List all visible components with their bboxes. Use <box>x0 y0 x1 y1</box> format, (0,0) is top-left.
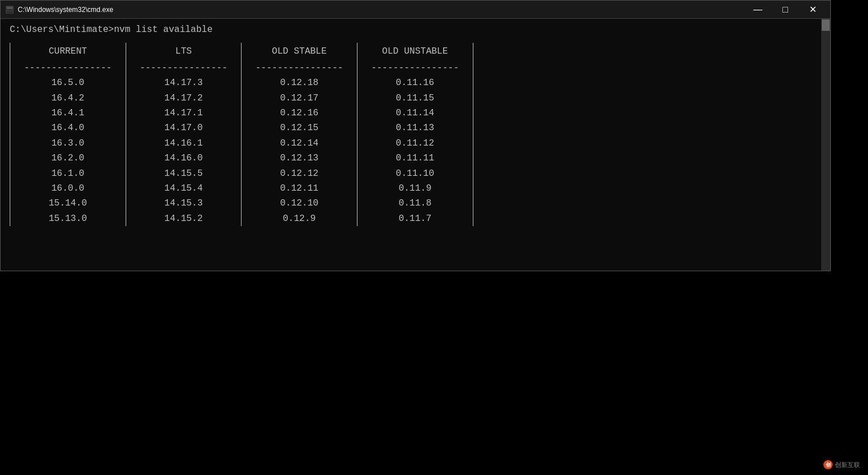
header-old-unstable: OLD UNSTABLE <box>357 43 473 60</box>
sep-3: ---------------- <box>357 61 473 75</box>
svg-rect-1 <box>7 7 13 9</box>
cell-1-2: 0.12.17 <box>242 91 357 106</box>
cmd-window: C:\Windows\system32\cmd.exe — □ ✕ C:\Use… <box>0 0 831 271</box>
cell-8-0: 15.14.0 <box>10 196 126 211</box>
cell-2-1: 14.17.1 <box>126 106 242 120</box>
cell-2-0: 16.4.1 <box>10 106 126 120</box>
table-row: 16.5.014.17.30.12.180.11.16 <box>10 75 473 90</box>
cell-8-3: 0.11.8 <box>357 196 473 211</box>
sep-2: ---------------- <box>242 61 357 75</box>
header-lts: LTS <box>126 43 242 60</box>
minimize-button[interactable]: — <box>745 1 771 19</box>
cell-5-2: 0.12.13 <box>242 151 357 166</box>
nvm-table: CURRENT LTS OLD STABLE OLD UNSTABLE ----… <box>10 43 473 226</box>
cell-6-3: 0.11.10 <box>357 166 473 181</box>
window-title: C:\Windows\system32\cmd.exe <box>18 6 745 14</box>
cell-4-0: 16.3.0 <box>10 136 126 151</box>
table-row: 16.3.014.16.10.12.140.11.12 <box>10 136 473 151</box>
table-row: 16.1.014.15.50.12.120.11.10 <box>10 166 473 181</box>
titlebar-buttons: — □ ✕ <box>745 1 826 19</box>
table-row: 16.4.214.17.20.12.170.11.15 <box>10 91 473 106</box>
cell-0-0: 16.5.0 <box>10 75 126 90</box>
cell-4-1: 14.16.1 <box>126 136 242 151</box>
cell-7-2: 0.12.11 <box>242 181 357 196</box>
cell-8-1: 14.15.3 <box>126 196 242 211</box>
sep-1: ---------------- <box>126 61 242 75</box>
cell-6-1: 14.15.5 <box>126 166 242 181</box>
cell-7-0: 16.0.0 <box>10 181 126 196</box>
cell-5-3: 0.11.11 <box>357 151 473 166</box>
cell-0-3: 0.11.16 <box>357 75 473 90</box>
table-row: 16.0.014.15.40.12.110.11.9 <box>10 181 473 196</box>
cell-4-2: 0.12.14 <box>242 136 357 151</box>
cell-0-2: 0.12.18 <box>242 75 357 90</box>
command-line: C:\Users\Mintimate>nvm list available <box>10 23 821 36</box>
cell-9-1: 14.15.2 <box>126 211 242 226</box>
cell-2-2: 0.12.16 <box>242 106 357 120</box>
cell-3-0: 16.4.0 <box>10 120 126 135</box>
watermark: 创 创新互联 <box>820 459 863 470</box>
header-old-stable: OLD STABLE <box>242 43 357 60</box>
cell-3-1: 14.17.0 <box>126 120 242 135</box>
watermark-text: 创新互联 <box>835 461 860 469</box>
cell-9-0: 15.13.0 <box>10 211 126 226</box>
cell-7-1: 14.15.4 <box>126 181 242 196</box>
cell-1-3: 0.11.15 <box>357 91 473 106</box>
terminal-content: C:\Users\Mintimate>nvm list available CU… <box>1 19 830 231</box>
watermark-icon: 创 <box>823 460 833 469</box>
cell-0-1: 14.17.3 <box>126 75 242 90</box>
table-row: 16.2.014.16.00.12.130.11.11 <box>10 151 473 166</box>
window-icon <box>5 5 14 14</box>
table-row: 16.4.114.17.10.12.160.11.14 <box>10 106 473 120</box>
table-row: 15.13.014.15.20.12.90.11.7 <box>10 211 473 226</box>
titlebar: C:\Windows\system32\cmd.exe — □ ✕ <box>1 1 830 19</box>
cell-5-0: 16.2.0 <box>10 151 126 166</box>
cell-9-2: 0.12.9 <box>242 211 357 226</box>
cell-8-2: 0.12.10 <box>242 196 357 211</box>
scrollbar[interactable] <box>821 19 830 271</box>
table-row: 16.4.014.17.00.12.150.11.13 <box>10 120 473 135</box>
cell-9-3: 0.11.7 <box>357 211 473 226</box>
sep-0: ---------------- <box>10 61 126 75</box>
cell-3-2: 0.12.15 <box>242 120 357 135</box>
table-row: 15.14.014.15.30.12.100.11.8 <box>10 196 473 211</box>
cell-4-3: 0.11.12 <box>357 136 473 151</box>
maximize-button[interactable]: □ <box>772 1 798 19</box>
cell-5-1: 14.16.0 <box>126 151 242 166</box>
close-button[interactable]: ✕ <box>799 1 826 19</box>
cell-3-3: 0.11.13 <box>357 120 473 135</box>
cell-6-0: 16.1.0 <box>10 166 126 181</box>
cell-6-2: 0.12.12 <box>242 166 357 181</box>
cell-2-3: 0.11.14 <box>357 106 473 120</box>
cell-7-3: 0.11.9 <box>357 181 473 196</box>
scrollbar-thumb[interactable] <box>822 19 830 31</box>
cell-1-1: 14.17.2 <box>126 91 242 106</box>
table-header-row: CURRENT LTS OLD STABLE OLD UNSTABLE <box>10 43 473 60</box>
separator-row: ---------------- ---------------- ------… <box>10 61 473 75</box>
header-current: CURRENT <box>10 43 126 60</box>
cell-1-0: 16.4.2 <box>10 91 126 106</box>
